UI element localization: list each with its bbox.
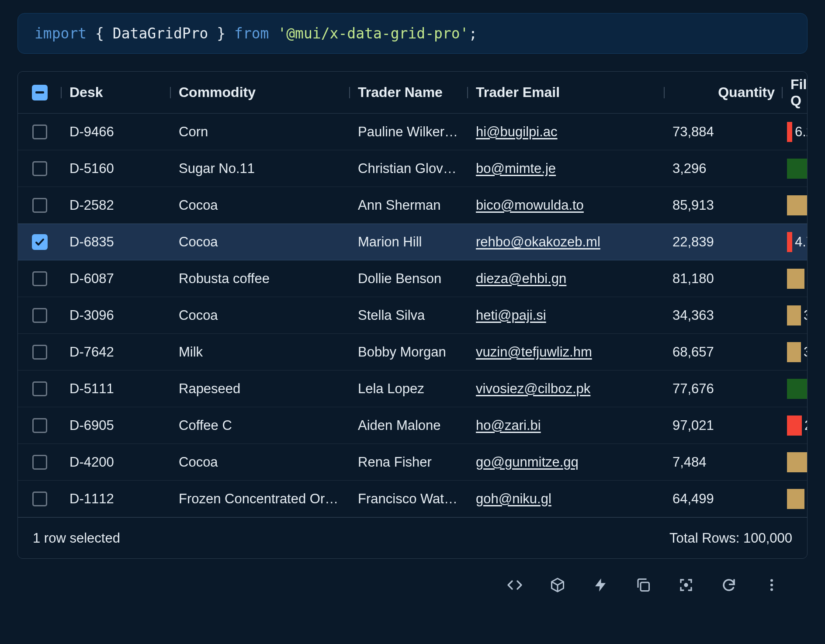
header-quantity[interactable]: Quantity: [665, 72, 783, 113]
toolbar-refresh-button[interactable]: [720, 577, 738, 595]
progress-bar: [787, 159, 808, 179]
row-checkbox[interactable]: [18, 187, 62, 223]
row-checkbox[interactable]: [18, 150, 62, 187]
progress-bar: [787, 342, 801, 362]
checkbox-empty-icon: [32, 492, 47, 506]
row-checkbox[interactable]: [18, 407, 62, 443]
more-vertical-icon: [764, 577, 780, 595]
toolbar-copy-button[interactable]: [634, 577, 652, 595]
email-link[interactable]: heti@paji.si: [476, 308, 546, 323]
table-row[interactable]: D-1112Frozen Concentrated Or…Francisco W…: [18, 481, 807, 517]
cell-filled: 6.26: [783, 114, 808, 150]
cell-filled: 47.55: [783, 444, 808, 480]
toolbar-focus-button[interactable]: [677, 577, 695, 595]
header-select-all[interactable]: [18, 72, 62, 113]
grid-header: Desk Commodity Trader Name Trader Email …: [18, 72, 807, 114]
cell-trader-text: Dollie Benson: [358, 271, 460, 287]
table-row[interactable]: D-2582CocoaAnn Shermanbico@mowulda.to85,…: [18, 187, 807, 224]
email-link[interactable]: vuzin@tefjuwliz.hm: [476, 344, 592, 360]
table-row[interactable]: D-9466CornPauline Wilker…hi@bugilpi.ac73…: [18, 114, 807, 150]
cell-desk-text: D-7642: [69, 344, 163, 360]
row-checkbox[interactable]: [18, 224, 62, 260]
bolt-icon: [593, 577, 608, 595]
table-row[interactable]: D-3096CocoaStella Silvaheti@paji.si34,36…: [18, 297, 807, 334]
email-link[interactable]: goh@niku.gl: [476, 491, 551, 507]
cell-email: rehbo@okakozeb.ml: [468, 224, 665, 260]
cell-quantity: 85,913: [665, 187, 783, 223]
table-row[interactable]: D-4200CocoaRena Fishergo@gunmitze.gq7,48…: [18, 444, 807, 481]
email-link[interactable]: go@gunmitze.gq: [476, 454, 579, 470]
cell-quantity: 77,676: [665, 370, 783, 407]
toolbar-code-button[interactable]: [506, 577, 523, 595]
cell-trader: Rena Fisher: [350, 444, 468, 480]
cell-desk: D-5160: [62, 150, 171, 187]
cell-commodity: Corn: [171, 114, 350, 150]
email-link[interactable]: vivosiez@cilboz.pk: [476, 381, 590, 397]
email-link[interactable]: hi@bugilpi.ac: [476, 124, 558, 140]
cube-icon: [550, 577, 565, 595]
row-checkbox[interactable]: [18, 444, 62, 480]
cell-quantity: 64,499: [665, 481, 783, 517]
toolbar-sandbox-button[interactable]: [549, 577, 566, 595]
cell-email: bico@mowulda.to: [468, 187, 665, 223]
header-trader[interactable]: Trader Name: [350, 72, 468, 113]
cell-email: heti@paji.si: [468, 297, 665, 333]
header-commodity[interactable]: Commodity: [171, 72, 350, 113]
cell-commodity-text: Cocoa: [179, 454, 342, 470]
cell-trader-text: Pauline Wilker…: [358, 124, 460, 140]
cell-desk-text: D-6905: [69, 418, 163, 433]
header-quantity-label: Quantity: [718, 84, 775, 100]
filled-value: 30.11: [801, 344, 808, 360]
footer-total-rows: Total Rows: 100,000: [669, 530, 792, 546]
code-keyword-from: from: [234, 25, 269, 42]
progress-bar: [787, 122, 792, 142]
email-link[interactable]: rehbo@okakozeb.ml: [476, 234, 600, 250]
email-link[interactable]: ho@zari.bi: [476, 418, 541, 433]
row-checkbox[interactable]: [18, 481, 62, 517]
cell-quantity: 3,296: [665, 150, 783, 187]
cell-quantity: 68,657: [665, 334, 783, 370]
code-keyword-import: import: [35, 25, 87, 42]
cell-commodity: Cocoa: [171, 297, 350, 333]
toolbar-bolt-button[interactable]: [592, 577, 609, 595]
header-email[interactable]: Trader Email: [468, 72, 665, 113]
cell-commodity-text: Coffee C: [179, 418, 342, 433]
table-row[interactable]: D-6087Robusta coffeeDollie Bensondieza@e…: [18, 260, 807, 297]
cell-quantity-text: 81,180: [672, 271, 775, 287]
svg-point-1: [685, 584, 687, 586]
cell-trader-text: Aiden Malone: [358, 418, 460, 433]
table-row[interactable]: D-7642MilkBobby Morganvuzin@tefjuwliz.hm…: [18, 334, 807, 370]
cell-quantity: 97,021: [665, 407, 783, 443]
progress-bar: [787, 232, 792, 252]
row-checkbox[interactable]: [18, 370, 62, 407]
table-row[interactable]: D-5160Sugar No.11Christian Glov…bo@mimte…: [18, 150, 807, 187]
table-row[interactable]: D-6835CocoaMarion Hillrehbo@okakozeb.ml2…: [18, 224, 807, 260]
email-link[interactable]: bo@mimte.je: [476, 161, 556, 177]
toolbar-more-button[interactable]: [763, 577, 780, 595]
cell-filled: 62.38: [783, 187, 808, 223]
email-link[interactable]: bico@mowulda.to: [476, 197, 584, 213]
cell-desk: D-5111: [62, 370, 171, 407]
cell-quantity-text: 73,884: [672, 124, 775, 140]
row-checkbox[interactable]: [18, 114, 62, 150]
header-desk[interactable]: Desk: [62, 72, 171, 113]
cell-filled: 30.4: [783, 297, 808, 333]
cell-email: goh@niku.gl: [468, 481, 665, 517]
focus-icon: [678, 577, 694, 595]
cell-commodity-text: Cocoa: [179, 308, 342, 323]
header-filled[interactable]: Filled Q: [783, 72, 808, 113]
table-row[interactable]: D-6905Coffee CAiden Maloneho@zari.bi97,0…: [18, 407, 807, 444]
email-link[interactable]: dieza@ehbi.gn: [476, 271, 566, 287]
cell-commodity: Frozen Concentrated Or…: [171, 481, 350, 517]
cell-trader: Lela Lopez: [350, 370, 468, 407]
svg-rect-0: [641, 582, 649, 591]
table-row[interactable]: D-5111RapeseedLela Lopezvivosiez@cilboz.…: [18, 370, 807, 407]
filled-value: 6.26: [792, 124, 808, 140]
checkbox-indeterminate-icon: [32, 85, 48, 100]
cell-quantity-text: 77,676: [672, 381, 775, 397]
row-checkbox[interactable]: [18, 334, 62, 370]
row-checkbox[interactable]: [18, 260, 62, 297]
cell-commodity: Milk: [171, 334, 350, 370]
row-checkbox[interactable]: [18, 297, 62, 333]
cell-desk: D-6905: [62, 407, 171, 443]
